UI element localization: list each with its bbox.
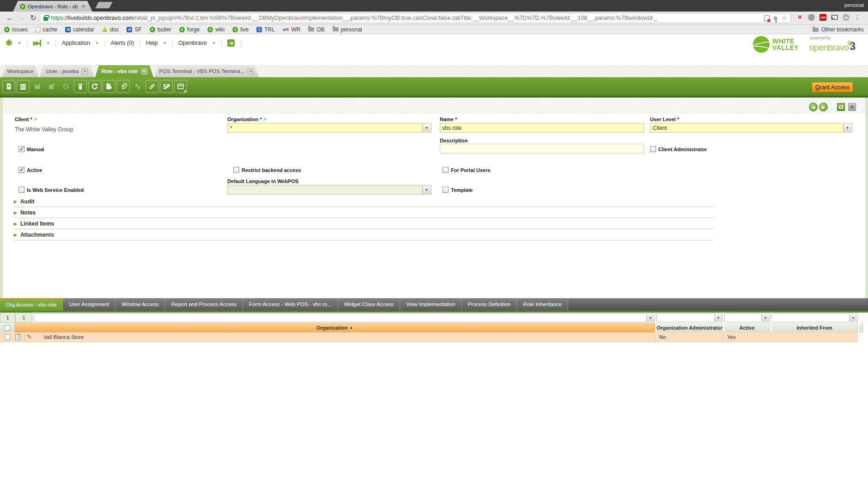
next-record-button[interactable]: ▶ xyxy=(819,103,828,111)
column-header-organization-administrator[interactable]: Organization Administrator xyxy=(656,323,723,332)
adblock-extension-icon[interactable]: ABP xyxy=(819,14,826,21)
bookmark-butler[interactable]: bbutler xyxy=(150,26,171,33)
bookmark-live[interactable]: blive xyxy=(232,26,249,33)
bookmark-folder-personal[interactable]: personal xyxy=(333,26,362,33)
bookmark-folder-ob[interactable]: OB xyxy=(308,26,324,33)
manual-checkbox[interactable]: Manual xyxy=(18,146,44,152)
close-form-button[interactable]: ✕ xyxy=(848,103,856,111)
name-input[interactable] xyxy=(440,123,644,133)
column-header-organization[interactable]: Organization▲ xyxy=(15,323,655,332)
toggle-view-button[interactable] xyxy=(174,80,187,93)
filter-organization-administrator[interactable]: ▼ xyxy=(656,313,723,322)
gmail-extension-icon[interactable]: M xyxy=(796,14,803,21)
grant-access-button[interactable]: Grant Access xyxy=(812,82,853,92)
section-linked-items[interactable]: ▶Linked Items xyxy=(14,218,714,229)
previous-record-button[interactable]: ◀ xyxy=(809,103,818,111)
browser-tab[interactable]: b Openbravo - Role - vb ✕ xyxy=(13,1,92,12)
row-checkbox[interactable] xyxy=(5,334,10,340)
close-icon[interactable]: ✕ xyxy=(141,68,147,74)
column-header-active[interactable]: Active xyxy=(724,323,770,332)
menu-application[interactable]: Application xyxy=(62,40,90,46)
chevron-down-icon[interactable]: ▼ xyxy=(843,124,851,132)
new-in-grid-button[interactable] xyxy=(17,80,30,93)
section-audit[interactable]: ▶Audit xyxy=(14,196,714,207)
cell-active[interactable]: Yes xyxy=(724,332,770,342)
bookmark-calendar[interactable]: 18calendar xyxy=(65,26,94,33)
chevron-down-icon[interactable]: ▼ xyxy=(761,314,769,321)
bookmark-star-icon[interactable]: ☆ xyxy=(781,15,787,21)
tab-user-prueba[interactable]: User - prueba✕ xyxy=(40,65,94,77)
wb-extension-icon[interactable]: wb xyxy=(843,14,850,21)
link-button[interactable] xyxy=(146,80,158,93)
save-and-close-button[interactable] xyxy=(45,80,58,93)
audit-trail-button[interactable] xyxy=(131,80,144,93)
cell-organization-administrator[interactable]: No xyxy=(656,332,723,342)
tab-role-inheritance[interactable]: Role Inheritance xyxy=(517,298,568,311)
close-icon[interactable]: ✕ xyxy=(82,68,88,74)
other-bookmarks[interactable]: Other bookmarks xyxy=(813,25,864,34)
logout-icon[interactable]: ➜ xyxy=(227,39,235,47)
section-attachments[interactable]: ▶Attachments xyxy=(14,229,714,240)
tab-pos-terminal[interactable]: POS Terminal - VBS POS Termina...✕ xyxy=(154,65,259,77)
cell-organization[interactable]: Vall Blanca Store xyxy=(41,332,653,342)
bookmark-doc[interactable]: doc xyxy=(102,26,119,33)
chevron-down-icon[interactable]: ▼ xyxy=(714,314,722,321)
tab-close-icon[interactable]: ✕ xyxy=(82,4,85,9)
recent-views-icon[interactable]: ▶▶ xyxy=(33,40,41,46)
filter-inherited-from[interactable]: ▼ xyxy=(771,313,858,322)
saved-password-icon[interactable] xyxy=(774,17,777,20)
column-header-inherited-from[interactable]: Inherited From xyxy=(771,323,858,332)
bookmark-trl[interactable]: tTRL xyxy=(256,26,275,33)
bookmark-issues[interactable]: bissues xyxy=(4,26,28,33)
tab-org-access[interactable]: Org Access - vbs role xyxy=(0,298,63,311)
bookmark-sf[interactable]: sfSF xyxy=(127,26,141,33)
client-administrator-checkbox[interactable]: Client Administrator xyxy=(650,146,707,152)
chevron-down-icon[interactable]: ▼ xyxy=(46,41,50,45)
chevron-down-icon[interactable]: ▼ xyxy=(849,314,857,321)
menu-openbravo[interactable]: Openbravo xyxy=(178,40,207,46)
checkbox-icon[interactable] xyxy=(443,187,449,193)
template-checkbox[interactable]: Template xyxy=(443,187,473,193)
checkbox-icon[interactable] xyxy=(5,325,10,331)
active-checkbox[interactable]: Active xyxy=(18,167,42,173)
tab-role-vbs-role[interactable]: Role - vbs role✕ xyxy=(95,65,153,77)
chevron-down-icon[interactable]: ▼ xyxy=(18,41,21,45)
bookmark-cache[interactable]: cache xyxy=(36,26,57,33)
delete-button[interactable] xyxy=(74,80,87,93)
organization-combo[interactable]: *▼ xyxy=(227,123,431,133)
default-language-combo[interactable]: ▼ xyxy=(227,185,431,195)
chevron-down-icon[interactable]: ▼ xyxy=(646,314,654,321)
back-button[interactable]: ← xyxy=(5,13,15,23)
description-input[interactable] xyxy=(440,144,644,153)
section-notes[interactable]: ▶Notes xyxy=(14,207,714,218)
blocked-content-icon[interactable] xyxy=(764,15,770,21)
tab-user-assignment[interactable]: User Assignment xyxy=(63,298,115,311)
address-bar[interactable]: https://livebuilds.openbravo.com/retail_… xyxy=(40,13,791,23)
field-link-icon[interactable]: ↗ xyxy=(34,117,37,122)
forward-button[interactable]: → xyxy=(17,13,27,23)
reload-button[interactable]: ↻ xyxy=(28,13,38,23)
is-web-service-enabled-checkbox[interactable]: Is Web Service Enabled xyxy=(18,187,84,193)
bookmark-forge[interactable]: bforge xyxy=(179,26,200,33)
maximize-button[interactable] xyxy=(837,103,845,111)
filter-organization[interactable]: ▼ xyxy=(34,313,655,322)
checkbox-icon[interactable] xyxy=(233,167,239,173)
cell-inherited-from[interactable] xyxy=(771,332,858,342)
export-button[interactable] xyxy=(103,80,115,93)
tab-view-implementation[interactable]: View Implementation xyxy=(400,298,462,311)
checkbox-icon[interactable] xyxy=(18,146,24,152)
close-icon[interactable]: ✕ xyxy=(248,68,254,74)
checkbox-icon[interactable] xyxy=(443,167,449,173)
extension-icon[interactable] xyxy=(808,14,815,21)
undo-button[interactable] xyxy=(60,80,73,93)
tab-form-access[interactable]: Form Access - Web POS - vbs ro... xyxy=(243,298,338,311)
form-view-icon[interactable] xyxy=(15,334,20,340)
new-record-button[interactable] xyxy=(2,80,15,93)
attachment-button[interactable] xyxy=(117,80,130,93)
refresh-button[interactable] xyxy=(88,80,101,93)
user-level-combo[interactable]: Client▼ xyxy=(650,123,852,133)
checkbox-icon[interactable] xyxy=(18,167,24,173)
tab-window-access[interactable]: Window Access xyxy=(115,298,165,311)
chevron-down-icon[interactable]: ▼ xyxy=(422,186,431,194)
profile-badge[interactable]: personal xyxy=(844,2,864,8)
